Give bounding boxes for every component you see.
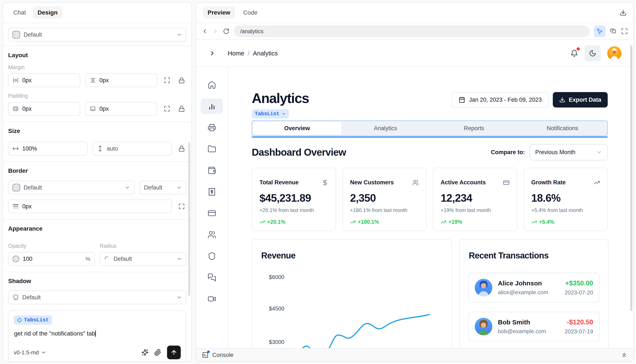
- padding-y-input[interactable]: 0px: [85, 102, 157, 116]
- opacity-input[interactable]: 100 %: [8, 252, 95, 266]
- padding-expand-button[interactable]: [162, 104, 172, 114]
- dark-mode-toggle[interactable]: [584, 45, 601, 62]
- sidebar-item-messages[interactable]: [201, 270, 223, 285]
- sidebar-item-video[interactable]: [201, 291, 223, 306]
- border-expand-button[interactable]: [177, 202, 186, 211]
- preview-scrollbar[interactable]: [630, 46, 632, 311]
- inspector-component-chip[interactable]: TabsList: [252, 109, 289, 118]
- export-label: Export Data: [569, 96, 601, 103]
- refresh-icon[interactable]: [223, 28, 230, 34]
- breadcrumb-separator: /: [248, 50, 249, 57]
- notification-dot: [577, 47, 580, 50]
- wallet-icon: [207, 166, 216, 175]
- preview-tab-bar: Preview Code: [196, 2, 633, 23]
- tab-preview[interactable]: Preview: [203, 7, 235, 19]
- revenue-chart-card: Revenue $6000 $4500 $3000: [252, 239, 452, 349]
- stat-label: Total Revenue: [260, 179, 299, 186]
- tab-code[interactable]: Code: [239, 7, 262, 19]
- breadcrumb-current: Analytics: [253, 50, 278, 57]
- printer-icon: [207, 123, 216, 132]
- avatar-person-icon: [607, 46, 621, 60]
- user-avatar[interactable]: [607, 46, 621, 60]
- size-lock-button[interactable]: [177, 144, 186, 153]
- console-icon-wrap: [202, 352, 208, 358]
- margin-x-input[interactable]: 0px: [8, 74, 80, 87]
- stat-card-total-revenue: Total Revenue $45,231.89 +20.1% from las…: [252, 168, 336, 231]
- sidebar-item-files[interactable]: [201, 141, 223, 157]
- sidebar-item-invoices[interactable]: [201, 120, 223, 135]
- forward-icon[interactable]: [212, 28, 219, 34]
- padding-lock-button[interactable]: [177, 104, 186, 114]
- send-button[interactable]: [167, 346, 181, 359]
- sidebar-item-analytics[interactable]: [201, 98, 223, 114]
- tab-design[interactable]: Design: [33, 7, 62, 19]
- border-width-input[interactable]: 0px: [8, 200, 172, 213]
- border-color-select[interactable]: Default: [8, 181, 134, 194]
- margin-x-value: 0px: [22, 77, 32, 84]
- fullscreen-icon[interactable]: [621, 28, 628, 35]
- prompt-input[interactable]: get rid of the "notifications" tab: [14, 330, 180, 337]
- chat-composer[interactable]: TabsList get rid of the "notifications" …: [8, 310, 186, 362]
- panel-scrollbar[interactable]: [188, 142, 190, 296]
- sidebar-expand-icon[interactable]: [209, 50, 216, 57]
- stat-value: 18.6%: [531, 192, 600, 204]
- padding-x-input[interactable]: 0px: [8, 102, 80, 116]
- padding-y-value: 0px: [100, 106, 109, 112]
- scan-icon: [164, 77, 170, 84]
- preview-toolbar: /analytics: [196, 23, 633, 40]
- radius-select[interactable]: Default: [100, 252, 186, 266]
- chevron-down-icon: [176, 256, 182, 262]
- border-width-icon: [13, 203, 19, 210]
- console-bar[interactable]: Console: [196, 348, 633, 362]
- section-title: Dashboard Overview: [252, 146, 346, 158]
- export-data-button[interactable]: Export Data: [553, 92, 608, 108]
- height-input[interactable]: auto: [93, 142, 172, 156]
- sidebar-item-security[interactable]: [201, 248, 223, 264]
- compare-select[interactable]: Previous Month: [530, 144, 608, 160]
- inspector-toggle[interactable]: [594, 26, 605, 37]
- tab-reports[interactable]: Reports: [430, 122, 518, 135]
- shadow-select[interactable]: Default: [8, 290, 186, 304]
- transaction-item[interactable]: Bob Smith bob@example.com -$120.50 2023-…: [468, 312, 599, 341]
- date-range-button[interactable]: Jan 20, 2023 - Feb 09, 2023: [452, 92, 548, 108]
- sidebar-item-home[interactable]: [201, 77, 223, 92]
- back-icon[interactable]: [201, 28, 208, 34]
- margin-expand-button[interactable]: [162, 76, 172, 85]
- margin-y-input[interactable]: 0px: [85, 74, 157, 87]
- download-icon[interactable]: [620, 9, 626, 16]
- margin-lock-button[interactable]: [177, 76, 186, 85]
- padding-label: Padding: [8, 93, 186, 99]
- transaction-date: 2023-07-19: [565, 328, 593, 335]
- model-select[interactable]: v0-1.5-md: [14, 349, 46, 356]
- chevrons-up-icon[interactable]: [621, 352, 627, 358]
- corner-radius-icon: [104, 256, 110, 262]
- sidebar-item-cards[interactable]: [201, 206, 223, 221]
- tabs-list-selected: Overview Analytics Reports Notifications: [252, 120, 608, 138]
- sidebar-item-customers[interactable]: [201, 227, 223, 242]
- url-input[interactable]: /analytics: [234, 25, 590, 37]
- tab-overview[interactable]: Overview: [253, 122, 341, 135]
- element-style-select[interactable]: Default: [8, 28, 186, 42]
- selected-component-chip[interactable]: TabsList: [14, 316, 52, 324]
- breadcrumb: Home / Analytics: [228, 50, 278, 57]
- sparkles-icon[interactable]: [141, 349, 149, 356]
- copy-icon[interactable]: [610, 28, 617, 35]
- breadcrumb-home[interactable]: Home: [228, 50, 244, 57]
- sidebar-item-wallet[interactable]: [201, 163, 223, 178]
- padding-x-value: 0px: [22, 106, 32, 112]
- sidebar-item-receipts[interactable]: [201, 184, 223, 200]
- transaction-item[interactable]: Alice Johnson alice@example.com +$350.00…: [468, 273, 599, 302]
- tab-analytics[interactable]: Analytics: [341, 122, 430, 135]
- credit-card-icon: [207, 209, 216, 218]
- scan-icon: [164, 106, 170, 112]
- notifications-button[interactable]: [570, 50, 578, 57]
- tab-notifications[interactable]: Notifications: [518, 122, 607, 135]
- bell-icon: [570, 50, 578, 57]
- stat-trend-value: +5.4%: [539, 219, 554, 225]
- paperclip-icon[interactable]: [154, 349, 161, 356]
- width-input[interactable]: 100%: [8, 142, 88, 156]
- border-style-select[interactable]: Default: [140, 181, 186, 194]
- users-icon: [207, 230, 216, 239]
- tab-chat[interactable]: Chat: [9, 7, 31, 19]
- stat-card-growth-rate: Growth Rate 18.6% +5.4% from last month …: [524, 168, 608, 231]
